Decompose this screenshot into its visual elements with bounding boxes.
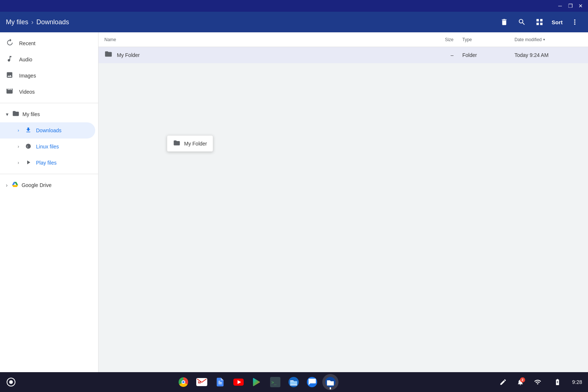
files-open-icon [325, 377, 336, 387]
breadcrumb-current[interactable]: Downloads [36, 18, 69, 26]
youtube-icon [233, 378, 244, 386]
docs-icon [215, 377, 225, 387]
minimize-button[interactable]: ─ [556, 1, 564, 10]
pen-icon [499, 378, 507, 386]
sidebar-item-downloads-label: Downloads [36, 127, 61, 133]
breadcrumb-separator: › [31, 18, 33, 26]
sidebar-item-recent[interactable]: Recent [0, 35, 95, 51]
svg-text:>_: >_ [272, 380, 277, 385]
sort-az-label: Sort [552, 19, 563, 25]
sidebar-item-linux-files-label: Linux files [36, 144, 59, 150]
youtube-app[interactable] [230, 374, 247, 390]
col-header-name[interactable]: Name [98, 37, 423, 42]
sidebar-divider-2 [0, 174, 98, 174]
svg-point-3 [9, 380, 13, 384]
sidebar-item-recent-label: Recent [19, 40, 35, 46]
sidebar-item-play-files[interactable]: › Play files [0, 155, 95, 171]
toolbar-actions: Sort [497, 15, 582, 29]
google-drive-icon [11, 181, 19, 190]
notifications-button[interactable]: 2 [515, 377, 526, 388]
search-icon [518, 18, 526, 26]
file-area: Name Size Type Date modified ▾ My Folder… [98, 32, 588, 372]
active-dot [330, 388, 331, 389]
play-icon [25, 159, 32, 167]
downloads-icon [25, 127, 32, 134]
clock[interactable]: 9:28 [569, 379, 585, 385]
chrome-app[interactable] [175, 374, 191, 390]
sidebar-divider [0, 103, 98, 103]
stylus-button[interactable] [495, 374, 511, 390]
sidebar-item-images-label: Images [19, 73, 36, 79]
drive-collapse-icon: › [6, 182, 8, 188]
col-header-type[interactable]: Type [459, 37, 514, 42]
audio-icon [6, 55, 13, 64]
sidebar-item-audio-label: Audio [19, 57, 32, 62]
chromeos-files-icon [288, 377, 299, 387]
images-icon [6, 71, 13, 80]
more-icon [571, 18, 579, 26]
grid-icon [535, 18, 544, 26]
delete-button[interactable] [497, 15, 512, 29]
file-size: – [423, 52, 459, 58]
breadcrumb-root[interactable]: My files [6, 18, 28, 26]
svg-text:M: M [198, 380, 201, 384]
folder-icon [104, 50, 112, 60]
taskbar-left [3, 374, 19, 390]
col-header-size[interactable]: Size [423, 37, 459, 42]
sidebar-item-google-drive[interactable]: › Google Drive [0, 177, 98, 193]
messages-app[interactable] [304, 374, 320, 390]
terminal-app[interactable]: >_ [267, 374, 283, 390]
table-row[interactable]: My Folder – Folder Today 9:24 AM [98, 47, 588, 63]
grid-view-button[interactable] [532, 15, 547, 29]
file-name: My Folder [117, 52, 140, 58]
close-button[interactable]: ✕ [576, 1, 585, 10]
sort-button[interactable]: Sort [550, 15, 564, 29]
breadcrumb: My files › Downloads [6, 18, 494, 26]
files-open-app[interactable] [322, 374, 338, 390]
main-layout: Recent Audio Images Videos ▾ [0, 32, 588, 372]
chromeos-files-app[interactable] [286, 374, 302, 390]
sort-arrow-icon: ▾ [543, 37, 545, 42]
docs-app[interactable] [212, 374, 228, 390]
play-chevron: › [18, 160, 19, 165]
more-button[interactable] [567, 15, 582, 29]
sidebar-section-my-files-label: My files [22, 111, 40, 117]
sidebar-item-images[interactable]: Images [0, 68, 95, 84]
wifi-button[interactable] [530, 374, 546, 390]
play-app[interactable] [249, 374, 265, 390]
gmail-app[interactable]: M [194, 374, 210, 390]
launcher-button[interactable] [3, 374, 19, 390]
maximize-button[interactable]: ❐ [566, 1, 575, 10]
sidebar-item-videos[interactable]: Videos [0, 84, 95, 100]
my-files-icon [12, 110, 19, 119]
chrome-icon [179, 377, 188, 387]
column-header: Name Size Type Date modified ▾ [98, 32, 588, 47]
col-header-date[interactable]: Date modified ▾ [514, 37, 588, 42]
system-tray: 2 9:28 [495, 374, 585, 390]
terminal-icon: >_ [270, 377, 280, 387]
file-date: Today 9:24 AM [514, 52, 588, 58]
notification-count: 2 [520, 377, 525, 382]
taskbar: M [0, 372, 588, 392]
linux-icon: L [25, 143, 32, 151]
tooltip-folder-icon [173, 139, 180, 148]
folder-tooltip: My Folder [167, 135, 213, 152]
linux-chevron: › [18, 144, 19, 149]
search-button[interactable] [514, 15, 529, 29]
sidebar: Recent Audio Images Videos ▾ [0, 32, 98, 372]
sidebar-item-audio[interactable]: Audio [0, 51, 95, 68]
messages-icon [307, 377, 317, 387]
taskbar-center: M [21, 374, 494, 390]
gmail-icon: M [196, 378, 207, 386]
sidebar-item-google-drive-label: Google Drive [22, 182, 52, 188]
collapse-icon: ▾ [6, 111, 8, 117]
sidebar-item-linux-files[interactable]: › L Linux files [0, 139, 95, 155]
file-type: Folder [459, 52, 514, 58]
sidebar-item-play-files-label: Play files [36, 160, 57, 166]
tooltip-folder-name: My Folder [184, 141, 207, 147]
sidebar-section-my-files[interactable]: ▾ My files [0, 106, 98, 122]
downloads-chevron: › [18, 128, 19, 133]
sidebar-item-downloads[interactable]: › Downloads [0, 122, 95, 139]
play-store-icon [252, 377, 262, 387]
battery-button[interactable] [549, 374, 566, 390]
